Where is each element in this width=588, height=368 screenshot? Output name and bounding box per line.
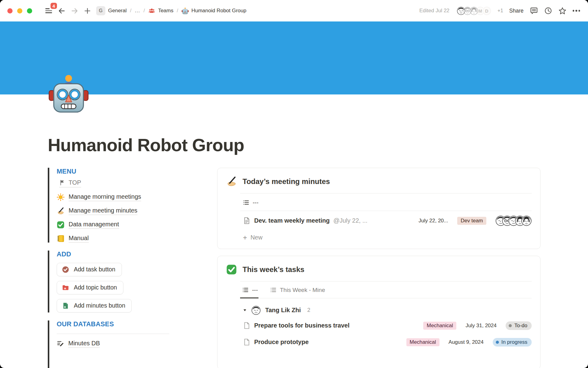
writing-hand-icon [57,207,65,215]
minutes-row-title[interactable]: Dev. team weekly meeting [254,217,330,224]
task-properties: Mechanical August 9, 2024 In progress [400,338,532,347]
forward-button[interactable] [68,4,81,17]
menu-link-top[interactable]: TOP [59,179,81,187]
menu-link-label: TOP [69,179,81,186]
task-row[interactable]: Produce prototype Mechanical August 9, 2… [240,334,532,351]
assignee-group-row[interactable]: Tang Lik Zhi 2 [240,298,532,317]
add-task-button[interactable]: Add task button [57,263,122,276]
breadcrumb-separator: / [129,8,132,14]
meeting-minutes-card-title[interactable]: Today’s meeting minutes [243,177,330,186]
left-column: MENU TOP Manage morning meetings Manage … [48,168,217,368]
page-icon-robot[interactable] [48,74,89,114]
comments-button[interactable] [530,7,538,15]
add-minutes-label: Add minutes button [74,302,125,309]
status-badge[interactable]: To-do [506,321,532,330]
avatar-initial: D [482,6,492,16]
category-tag[interactable]: Mechanical [406,338,439,346]
teams-icon [148,7,155,14]
minimize-window-button[interactable] [17,8,22,13]
tab-label: This Week - Mine [280,287,325,293]
collapse-triangle-icon[interactable] [243,308,247,312]
breadcrumb-separator: / [143,8,145,14]
menu-link-label: Manage morning meetings [69,193,141,201]
divider [57,334,169,334]
close-window-button[interactable] [7,8,13,13]
folder-plus-icon [62,284,69,291]
minutes-row-mention: @July 22, ... [333,217,367,224]
task-title[interactable]: Prepare tools for business travel [254,322,349,329]
workspace-chip[interactable]: G [96,6,105,15]
add-task-label: Add task button [74,266,115,273]
sidebar-toggle-button[interactable]: 4 [42,4,55,17]
minutes-db-link[interactable]: Minutes DB [57,340,217,348]
minutes-row-date[interactable]: July 22, 20... [419,218,448,224]
add-topic-button[interactable]: Add topic button [57,281,123,294]
list-view-icon [270,287,277,293]
list-view-icon [243,199,249,206]
tasks-view-tab-default[interactable]: --- [240,287,258,298]
task-properties: Mechanical July 31, 2024 To-do [417,321,532,330]
databases-heading: OUR DATABASES [57,320,217,328]
check-mark-icon [57,221,65,229]
minutes-row[interactable]: Dev. team weekly meeting @July 22, ... J… [240,211,532,231]
viewer-avatar-stack[interactable]: M D [456,6,492,16]
database-edit-icon [57,340,64,347]
category-tag[interactable]: Mechanical [423,322,456,330]
page-icon [243,338,251,346]
more-options-button[interactable] [573,10,580,12]
menu-link-morning-meetings[interactable]: Manage morning meetings [57,193,217,201]
avatar-overflow-count[interactable]: +1 [498,8,503,13]
menu-link-label: Data management [69,221,119,229]
new-minutes-row-button[interactable]: + New [240,231,532,249]
minutes-view-tab[interactable]: --- [240,194,532,211]
plus-icon [84,7,91,14]
task-title[interactable]: Produce prototype [254,339,309,346]
task-row-main: Produce prototype [243,338,309,346]
menu-link-data-management[interactable]: Data management [57,221,217,229]
add-topic-label: Add topic button [74,284,117,291]
menu-link-manual[interactable]: Manual [57,235,217,243]
status-label: To-do [514,323,527,329]
breadcrumb: G General / ... / Teams / Humanoid Robot… [96,6,246,15]
tab-label: --- [252,287,258,293]
weekly-tasks-card-title[interactable]: This week’s tasks [243,265,304,274]
menu-heading: MENU [57,168,217,175]
add-section: ADD Add task button Add topic button Add… [48,251,217,312]
breadcrumb-teams[interactable]: Teams [158,8,173,14]
plus-icon: + [243,234,247,241]
updates-clock-button[interactable] [544,7,552,15]
right-column: Today’s meeting minutes --- Dev. team we… [217,168,541,368]
new-row-label: New [251,234,262,241]
add-minutes-button[interactable]: Add minutes button [57,299,132,312]
task-row[interactable]: Prepare tools for business travel Mechan… [240,317,532,334]
avatar [469,6,479,16]
breadcrumb-page[interactable]: Humanoid Robot Group [191,8,247,14]
zoom-window-button[interactable] [27,8,32,13]
back-icon [58,7,66,15]
document-plus-icon [62,302,69,309]
meeting-minutes-card: Today’s meeting minutes --- Dev. team we… [217,168,541,249]
tasks-view-tab-this-week-mine[interactable]: This Week - Mine [270,287,326,298]
writing-hand-icon [226,176,237,187]
minutes-view-label: --- [253,199,258,206]
task-due-date[interactable]: July 31, 2024 [466,323,496,329]
weekly-tasks-card-header: This week’s tasks [217,256,540,275]
add-heading: ADD [57,251,217,258]
page-title[interactable]: Humanoid Robot Group [48,135,588,155]
breadcrumb-ellipsis[interactable]: ... [135,8,140,14]
task-due-date[interactable]: August 9, 2024 [449,339,484,345]
status-badge[interactable]: In progress [493,338,532,347]
sun-icon [57,193,65,201]
menu-link-label: Manage meeting minutes [69,207,138,215]
breadcrumb-root[interactable]: General [108,8,126,14]
assignee-name: Tang Lik Zhi [265,307,301,314]
back-button[interactable] [55,4,68,17]
attendee-avatars[interactable] [496,216,532,226]
new-tab-button[interactable] [81,4,94,17]
weekly-tasks-card: This week’s tasks --- This Week - Mine [217,256,541,368]
share-button[interactable]: Share [509,8,524,14]
menu-link-meeting-minutes[interactable]: Manage meeting minutes [57,207,217,215]
team-badge[interactable]: Dev team [457,217,486,225]
list-view-icon [242,287,249,293]
favorite-star-button[interactable] [558,7,567,15]
